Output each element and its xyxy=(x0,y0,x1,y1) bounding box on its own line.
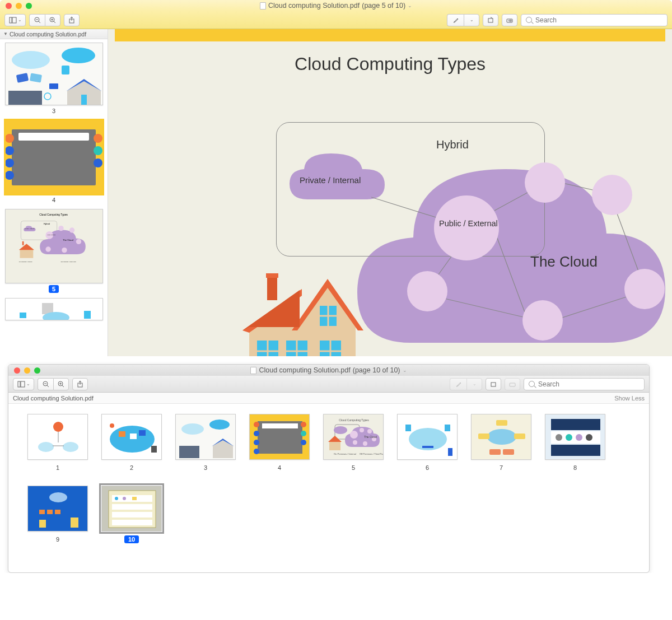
close-button-2[interactable] xyxy=(14,367,20,374)
grid-thumb-9[interactable] xyxy=(27,486,88,532)
slide-title: Cloud Computing Types xyxy=(108,54,672,74)
grid-thumb-4[interactable] xyxy=(249,414,310,460)
svg-rect-96 xyxy=(262,423,298,428)
markup-button[interactable] xyxy=(502,14,517,26)
svg-rect-92 xyxy=(179,446,199,458)
search-field[interactable] xyxy=(521,14,668,26)
title-dropdown-icon[interactable]: ⌄ xyxy=(408,3,412,8)
cloud-node-1 xyxy=(525,162,565,203)
page-content[interactable]: Cloud Computing Types Hybrid Private / I… xyxy=(108,29,672,356)
page-thumbnail-5[interactable]: Cloud Computing Types Hybrid Private / I… xyxy=(5,209,103,283)
search-input[interactable] xyxy=(535,16,662,24)
svg-line-3 xyxy=(39,21,40,23)
grid-thumb-10[interactable] xyxy=(101,486,162,532)
cloud-node-2 xyxy=(592,175,632,215)
svg-point-103 xyxy=(254,449,259,454)
svg-rect-64 xyxy=(21,381,25,387)
svg-point-16 xyxy=(62,48,95,63)
grid-thumb-6[interactable] xyxy=(397,414,458,460)
svg-rect-0 xyxy=(10,17,12,23)
svg-point-90 xyxy=(209,419,230,430)
minimize-button-2[interactable] xyxy=(24,367,30,374)
search-field-2[interactable] xyxy=(524,378,645,390)
share-button[interactable] xyxy=(64,14,80,26)
zoom-out-button[interactable] xyxy=(29,14,45,26)
page-thumbnail-6[interactable] xyxy=(5,298,103,320)
svg-rect-123 xyxy=(422,446,433,448)
svg-rect-86 xyxy=(139,430,146,436)
svg-rect-127 xyxy=(496,420,507,426)
grid-thumb-5[interactable]: Cloud Computing TypesThe CloudOn Premise… xyxy=(323,414,384,460)
disclosure-icon[interactable]: ▼ xyxy=(3,31,8,36)
svg-rect-23 xyxy=(49,83,58,89)
svg-point-126 xyxy=(487,429,516,445)
title-dropdown-icon-2[interactable]: ⌄ xyxy=(403,367,407,373)
rotate-button-2[interactable] xyxy=(486,378,501,390)
grid-thumb-2[interactable] xyxy=(101,414,162,460)
svg-rect-150 xyxy=(112,504,152,510)
grid-num-7: 7 xyxy=(471,464,531,471)
title-pageinfo-2: (page 10 of 10) xyxy=(353,366,400,374)
svg-rect-128 xyxy=(478,433,489,439)
grid-thumb-1[interactable] xyxy=(27,414,88,460)
svg-rect-14 xyxy=(510,20,511,21)
svg-rect-27 xyxy=(22,241,24,245)
svg-rect-152 xyxy=(112,520,152,525)
thumbnail-sidebar[interactable]: ▼ Cloud computing Solution.pdf xyxy=(0,29,108,356)
zoom-out-button-2[interactable] xyxy=(38,378,53,390)
svg-rect-75 xyxy=(510,383,515,386)
svg-rect-11 xyxy=(488,18,493,22)
svg-text:The Cloud: The Cloud xyxy=(364,435,377,439)
search-input-2[interactable] xyxy=(538,380,640,388)
view-mode-button[interactable]: ⌄ xyxy=(4,14,26,26)
window-title-2: Cloud computing Solution.pdf (page 10 of… xyxy=(8,366,649,374)
page-thumbnail-3[interactable] xyxy=(5,43,103,105)
grid-thumb-7[interactable] xyxy=(471,414,531,460)
contact-sheet-grid[interactable]: 1 2 3 4 Cloud Computing TypesThe CloudOn… xyxy=(8,404,649,553)
markup-button-2 xyxy=(505,378,520,390)
grid-num-3: 3 xyxy=(175,464,236,471)
highlight-menu-button-2: ⌄ xyxy=(466,378,482,390)
public-label: Public / External xyxy=(439,219,498,228)
highlight-button-2 xyxy=(450,378,466,390)
yellow-header-bar xyxy=(115,29,665,41)
share-button-2[interactable] xyxy=(72,378,88,390)
svg-rect-41 xyxy=(267,276,277,300)
sidebar-filename: Cloud computing Solution.pdf xyxy=(10,31,86,38)
svg-point-99 xyxy=(254,431,259,436)
zoom-in-button[interactable] xyxy=(45,14,60,26)
svg-point-18 xyxy=(12,51,50,69)
svg-rect-143 xyxy=(47,510,53,514)
rotate-button[interactable] xyxy=(483,14,498,26)
private-label: Private / Internal xyxy=(300,175,361,185)
svg-rect-115 xyxy=(329,441,340,450)
grid-num-1: 1 xyxy=(27,464,88,471)
title-filename-2: Cloud computing Solution.pdf xyxy=(259,366,350,374)
svg-rect-151 xyxy=(112,512,152,518)
minimize-button[interactable] xyxy=(16,3,22,9)
cs-filename: Cloud computing Solution.pdf xyxy=(13,395,94,402)
title-filename: Cloud computing Solution.pdf xyxy=(268,2,360,10)
svg-rect-22 xyxy=(81,95,87,105)
svg-point-136 xyxy=(556,434,562,441)
grid-num-8: 8 xyxy=(545,464,605,471)
svg-point-112 xyxy=(363,441,367,446)
fullscreen-button-2[interactable] xyxy=(34,367,40,374)
titlebar[interactable]: Cloud computing Solution.pdf (page 5 of … xyxy=(0,0,672,11)
sidebar-header[interactable]: ▼ Cloud computing Solution.pdf xyxy=(0,29,108,39)
close-button[interactable] xyxy=(6,3,12,9)
svg-rect-21 xyxy=(8,91,42,105)
fullscreen-button[interactable] xyxy=(26,3,32,9)
grid-thumb-3[interactable] xyxy=(175,414,236,460)
svg-point-77 xyxy=(53,422,63,432)
show-less-link[interactable]: Show Less xyxy=(614,395,645,402)
svg-point-107 xyxy=(334,426,347,434)
titlebar-2[interactable]: Cloud computing Solution.pdf (page 10 of… xyxy=(8,365,649,376)
highlight-menu-button[interactable]: ⌄ xyxy=(464,14,479,26)
page-thumbnail-4[interactable] xyxy=(5,120,103,194)
view-mode-button-2[interactable]: ⌄ xyxy=(13,378,34,390)
highlight-button[interactable] xyxy=(447,14,464,26)
cloud-node-3 xyxy=(624,269,665,309)
zoom-in-button-2[interactable] xyxy=(53,378,69,390)
grid-thumb-8[interactable] xyxy=(545,414,605,460)
